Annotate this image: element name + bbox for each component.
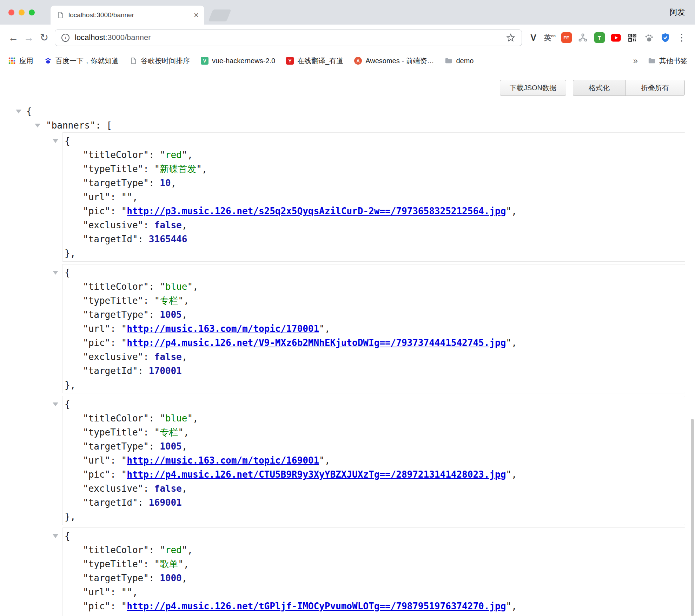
page-icon (56, 11, 65, 19)
back-button[interactable]: ← (6, 30, 21, 45)
window-zoom-button[interactable] (29, 9, 35, 15)
browser-menu-icon[interactable]: ⋮ (674, 30, 689, 45)
json-property-line: "typeTitle": "专栏", (62, 425, 685, 439)
json-open-brace-line: { (62, 134, 685, 148)
json-url-link[interactable]: http://p4.music.126.net/CTU5B9R9y3XyYBZX… (127, 469, 506, 480)
vue-icon: V (200, 57, 209, 65)
json-property-line: "targetType": 10, (62, 176, 685, 190)
json-property-line: "targetId": 169001 (62, 496, 685, 510)
json-url-link[interactable]: http://music.163.com/m/topic/170001 (127, 323, 319, 334)
window-controls (8, 9, 35, 15)
dict-extension-icon[interactable]: 英en (544, 32, 556, 44)
browser-tab[interactable]: localhost:3000/banner × (51, 6, 204, 25)
bookmark-item[interactable]: 百度一下，你就知道 (44, 56, 119, 66)
collapse-all-button[interactable]: 折叠所有 (625, 80, 685, 96)
json-property-line: "targetId": 170001 (62, 364, 685, 378)
bookmark-label: vue-hackernews-2.0 (212, 57, 275, 65)
format-collapse-group: 格式化 折叠所有 (573, 80, 685, 96)
json-property-line: "typeTitle": "专栏", (62, 294, 685, 308)
json-object: {"titleColor": "blue","typeTitle": "专栏",… (62, 264, 685, 393)
other-bookmarks-folder[interactable]: 其他书签 (648, 56, 687, 66)
scrollbar-thumb[interactable] (691, 419, 694, 616)
json-property-line: "exclusive": false, (62, 218, 685, 232)
window-minimize-button[interactable] (19, 9, 25, 15)
bookmark-label: demo (456, 57, 474, 65)
json-property-line: "targetType": 1005, (62, 308, 685, 322)
json-property-line: "pic": "http://p4.music.126.net/CTU5B9R9… (62, 467, 685, 481)
json-property-line: "targetId": 3165446 (62, 232, 685, 246)
json-url-link[interactable]: http://p4.music.126.net/V9-MXz6b2MNhEKju… (127, 338, 506, 348)
collapse-toggle-icon[interactable] (53, 534, 58, 538)
json-object: {"titleColor": "red","typeTitle": "新碟首发"… (62, 132, 685, 262)
apps-grid-icon (8, 57, 16, 65)
bookmark-item[interactable]: Vvue-hackernews-2.0 (200, 57, 275, 65)
fe-extension-icon[interactable]: FE (561, 32, 572, 44)
navigation-bar: ← → ↻ i localhost:3000/banner V英enFET ⋮ (0, 25, 695, 51)
json-open-brace-line: { (62, 266, 685, 280)
json-property-line: "targetType": 1005, (62, 439, 685, 453)
profile-name[interactable]: 阿发 (670, 7, 685, 18)
json-property-line: "url": "", (62, 190, 685, 204)
network-extension-icon[interactable] (577, 32, 589, 44)
new-tab-button[interactable] (208, 9, 231, 21)
forward-button[interactable]: → (21, 30, 37, 45)
download-json-button[interactable]: 下载JSON数据 (500, 80, 566, 96)
bookmark-star-icon[interactable] (506, 33, 515, 42)
bookmark-label: 谷歌按时间排序 (141, 56, 190, 66)
address-bar[interactable]: i localhost:3000/banner (55, 30, 522, 46)
json-property-line: "url": "http://music.163.com/m/topic/170… (62, 322, 685, 336)
qrcode-extension-icon[interactable] (627, 32, 638, 44)
json-close-brace-line: }, (62, 246, 685, 260)
collapse-toggle-icon[interactable] (16, 110, 21, 113)
extensions-row: V英enFET (528, 32, 671, 44)
tab-close-icon[interactable]: × (194, 11, 199, 19)
json-url-link[interactable]: http://p4.music.126.net/tGPljf-IMOCyPvum… (127, 601, 506, 611)
page-content: 下载JSON数据 格式化 折叠所有 {"banners": [{"titleCo… (0, 71, 695, 616)
bookmark-label: 应用 (19, 56, 33, 66)
bookmark-item[interactable]: Y在线翻译_有道 (286, 56, 343, 66)
tampermonkey-extension-icon[interactable]: T (594, 32, 605, 44)
json-property-line: "exclusive": false (62, 613, 685, 616)
json-object: {"titleColor": "red","typeTitle": "歌单","… (62, 527, 685, 616)
bookmarks-overflow-chevron[interactable]: » (633, 56, 638, 66)
tab-strip: localhost:3000/banner × 阿发 (0, 0, 695, 25)
json-close-brace-line: }, (62, 510, 685, 524)
collapse-toggle-icon[interactable] (35, 124, 40, 127)
json-property-line: "titleColor": "blue", (62, 411, 685, 425)
collapse-toggle-icon[interactable] (53, 271, 58, 275)
format-button[interactable]: 格式化 (573, 80, 625, 96)
json-property-line: "typeTitle": "新碟首发", (62, 162, 685, 176)
json-url-link[interactable]: http://p3.music.126.net/s25q2x5QyqsAzilC… (127, 206, 506, 216)
baidu-paw-icon (44, 57, 52, 65)
youtube-extension-icon[interactable] (610, 32, 622, 44)
json-property-line: "pic": "http://p3.music.126.net/s25q2x5Q… (62, 204, 685, 218)
json-property-line: "titleColor": "blue", (62, 280, 685, 294)
json-property-line: "pic": "http://p4.music.126.net/tGPljf-I… (62, 599, 685, 613)
site-info-icon[interactable]: i (61, 34, 70, 42)
json-property-line: "typeTitle": "歌单", (62, 557, 685, 571)
paw-extension-icon[interactable] (643, 32, 655, 44)
bookmark-item[interactable]: AAwesomes - 前端资… (354, 56, 434, 66)
json-property-line: "exclusive": false, (62, 350, 685, 364)
url-path: :3000/banner (105, 33, 151, 42)
tab-title: localhost:3000/banner (68, 11, 190, 19)
v-logo-extension-icon[interactable]: V (528, 32, 539, 44)
json-url-link[interactable]: http://music.163.com/m/topic/169001 (127, 455, 319, 466)
bookmark-label: 在线翻译_有道 (297, 56, 343, 66)
bookmark-item[interactable]: 谷歌按时间排序 (129, 56, 190, 66)
folder-icon (444, 57, 453, 65)
url-text[interactable]: localhost:3000/banner (75, 33, 151, 42)
other-bookmarks-label: 其他书签 (659, 56, 687, 66)
shield-check-extension-icon[interactable] (660, 32, 671, 44)
bookmark-label: 百度一下，你就知道 (55, 56, 119, 66)
reload-button[interactable]: ↻ (37, 30, 52, 45)
collapse-toggle-icon[interactable] (53, 402, 58, 406)
json-open-brace-line: { (62, 397, 685, 411)
json-viewer: {"banners": [{"titleColor": "red","typeT… (0, 104, 695, 616)
bookmark-item[interactable]: 应用 (8, 56, 33, 66)
json-property-line: "targetType": 1000, (62, 571, 685, 585)
window-close-button[interactable] (8, 9, 14, 15)
json-property-line: "url": "", (62, 585, 685, 599)
collapse-toggle-icon[interactable] (53, 139, 58, 143)
bookmark-item[interactable]: demo (444, 57, 474, 65)
